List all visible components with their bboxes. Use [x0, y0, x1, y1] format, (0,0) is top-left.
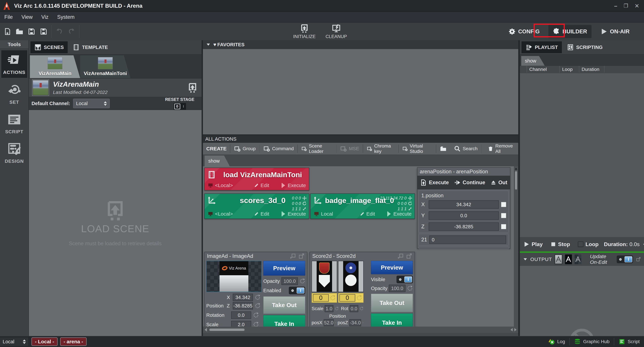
scene-tab-vizarenamain[interactable]: VizArenaMain: [30, 55, 80, 78]
tab-template[interactable]: TEMPLATE: [69, 41, 112, 53]
take-in-button[interactable]: Take In: [371, 314, 413, 327]
scroll-left-arrow[interactable]: [510, 328, 513, 332]
tool-set[interactable]: SET: [0, 79, 28, 109]
collapse-icon[interactable]: [206, 43, 210, 46]
menu-viz[interactable]: Viz: [42, 14, 49, 20]
reset-icon[interactable]: [362, 320, 364, 326]
column-loop[interactable]: Loop: [560, 66, 579, 73]
reset-icon[interactable]: [253, 322, 259, 327]
card-edit-button[interactable]: Edit: [247, 183, 276, 188]
favorites-header[interactable]: ♥FAVORITES: [203, 40, 518, 49]
rotation-input[interactable]: 0.0: [231, 312, 251, 319]
scrollbar-thumb[interactable]: [209, 329, 244, 331]
reset-icon[interactable]: [335, 306, 339, 312]
take-out-button[interactable]: Take Out: [371, 294, 413, 312]
menu-system[interactable]: System: [57, 14, 74, 20]
arena-y-input[interactable]: 0.0: [429, 211, 499, 220]
position-z-input[interactable]: -36.8285: [233, 302, 253, 310]
create-chroma-key-button[interactable]: Chroma key: [363, 144, 398, 153]
enabled-toggle[interactable]: I: [289, 287, 305, 294]
create-virtual-studio-button[interactable]: Virtual Studio: [399, 144, 436, 153]
scrollbar-thumb[interactable]: [515, 171, 517, 190]
arena-x-checkbox[interactable]: [501, 202, 506, 207]
scroll-up-arrow[interactable]: [515, 168, 518, 169]
stop-button[interactable]: Stop: [550, 241, 570, 247]
load-scene-icon[interactable]: [187, 82, 198, 93]
reset-icon[interactable]: [254, 303, 260, 309]
remove-all-button[interactable]: Remove All: [484, 144, 518, 153]
play-button[interactable]: Play: [523, 241, 543, 247]
reset-stage-on[interactable]: I: [182, 104, 185, 109]
card-execute-button[interactable]: Execute: [276, 183, 306, 188]
pop-out-icon[interactable]: [406, 253, 412, 259]
tab-scenes[interactable]: SCENES: [30, 41, 68, 53]
arena-z-checkbox[interactable]: [501, 224, 506, 229]
search-button[interactable]: Search: [450, 144, 481, 153]
create-command-button[interactable]: Command: [260, 144, 297, 153]
posz-input[interactable]: -34.0: [349, 319, 361, 326]
tool-actions[interactable]: ACTIONS: [1, 50, 28, 78]
close-icon[interactable]: ✕: [634, 2, 640, 9]
menu-view[interactable]: View: [22, 14, 33, 20]
card-execute-button[interactable]: Execute: [276, 211, 306, 217]
channel-badge-arena[interactable]: - arena -: [60, 338, 86, 346]
tab-playlist[interactable]: PLAYLIST: [522, 41, 562, 53]
status-channel-select[interactable]: Local: [0, 337, 29, 346]
tool-script[interactable]: SCRIPT: [0, 109, 28, 138]
pop-out-icon[interactable]: [636, 256, 641, 263]
menu-file[interactable]: File: [4, 14, 13, 20]
reset-icon[interactable]: [254, 294, 260, 300]
output-collapse-icon[interactable]: [524, 258, 527, 261]
reset-stage-off[interactable]: 0: [174, 104, 180, 109]
default-channel-select[interactable]: Local: [73, 99, 110, 108]
column-channel[interactable]: Channel: [527, 66, 560, 73]
scale-input[interactable]: 2.0: [231, 321, 251, 327]
on-air-button[interactable]: ON-AIR: [596, 25, 634, 38]
action-card-badge-image-flat-0[interactable]: badge_image_flat_0 -23.113 24.72 0 0 0 0…: [310, 193, 415, 219]
duration-dropdown-icon[interactable]: [643, 244, 644, 246]
scroll-left-arrow[interactable]: [204, 328, 207, 332]
graphic-hub-status[interactable]: Graphic Hub: [570, 338, 614, 345]
config-button[interactable]: CONFIG: [504, 25, 544, 38]
undo-icon[interactable]: [53, 25, 66, 37]
create-scene-loader-button[interactable]: Scene Loader: [298, 144, 336, 153]
scene-tab-vizarenamaintoni[interactable]: VizArenaMainToni: [80, 55, 130, 78]
preview-button[interactable]: Preview: [263, 261, 305, 276]
output-thumb-alpha[interactable]: [574, 255, 581, 264]
cleanup-button[interactable]: CLEANUP: [322, 24, 350, 39]
opacity-input[interactable]: 100.0: [282, 277, 298, 285]
channel-badge-local[interactable]: - Local -: [32, 338, 58, 346]
minimize-icon[interactable]: –: [614, 2, 617, 9]
preview-button[interactable]: Preview: [371, 261, 413, 274]
reset-icon[interactable]: [300, 278, 305, 284]
restore-icon[interactable]: ❐: [624, 3, 628, 9]
scroll-right-arrow[interactable]: [514, 328, 516, 332]
continue-button[interactable]: Continue: [454, 179, 485, 186]
arena-z-input[interactable]: -36.8285: [429, 222, 499, 231]
position-x-input[interactable]: 34.342: [233, 294, 253, 301]
posx-input[interactable]: 52.0: [324, 319, 334, 326]
pop-out-icon[interactable]: [298, 253, 304, 259]
horizontal-scrollbar[interactable]: [203, 327, 518, 333]
redo-icon[interactable]: [66, 25, 78, 37]
action-card-load-vizarenamaintoni[interactable]: load VizArenaMainToni <Local> Edit Execu…: [204, 168, 309, 190]
vertical-scrollbar[interactable]: [514, 166, 518, 327]
actions-tab-show[interactable]: show: [204, 156, 230, 166]
arena-y-checkbox[interactable]: [501, 213, 506, 218]
script-status[interactable]: Script: [614, 338, 644, 345]
opacity-input[interactable]: 100.0: [389, 285, 406, 292]
take-in-button[interactable]: Take In: [263, 315, 305, 327]
card-edit-button[interactable]: Edit: [353, 211, 382, 217]
pop-in-icon[interactable]: [290, 253, 296, 259]
arena-x-input[interactable]: 34.342: [429, 200, 499, 209]
update-on-edit-toggle[interactable]: I: [617, 256, 633, 263]
scale-input[interactable]: 1.0: [325, 305, 333, 312]
output-thumb-fill[interactable]: [554, 255, 562, 264]
reset-icon[interactable]: [330, 295, 336, 301]
card-edit-button[interactable]: Edit: [247, 211, 276, 217]
card-execute-button[interactable]: Execute: [382, 211, 412, 217]
reset-icon[interactable]: [335, 320, 336, 326]
save-icon[interactable]: [26, 25, 38, 37]
loop-checkbox[interactable]: [578, 241, 584, 247]
output-thumb-key[interactable]: [565, 255, 572, 264]
